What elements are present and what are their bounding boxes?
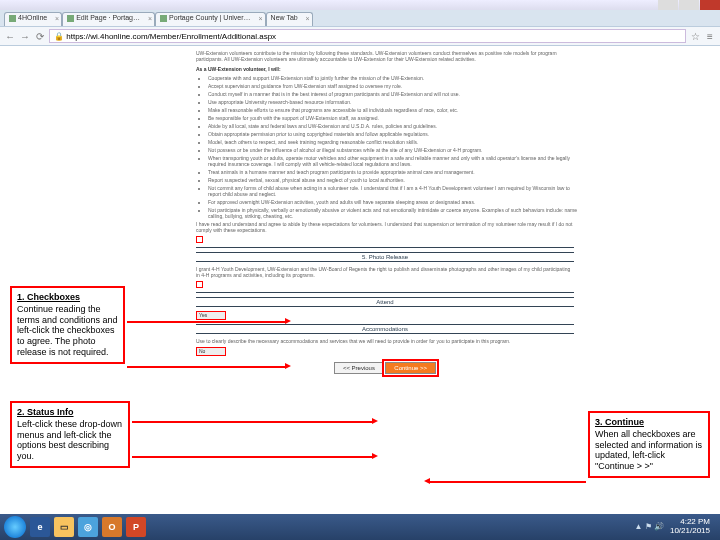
section-accommodations: Accommodations — [196, 324, 574, 334]
favicon-icon — [67, 15, 74, 22]
tab-2[interactable]: Edit Page · Portag…× — [62, 12, 155, 26]
callout-heading: 1. Checkboxes — [17, 292, 118, 303]
callout-body: When all checkboxes are selected and inf… — [595, 429, 702, 471]
arrowhead-icon — [372, 453, 378, 459]
date: 10/21/2015 — [670, 526, 710, 535]
favicon-icon — [160, 15, 167, 22]
tab-3[interactable]: Portage County | Univer…× — [155, 12, 266, 26]
bullet: Make all reasonable efforts to ensure th… — [208, 107, 580, 113]
reload-icon[interactable]: ⟳ — [34, 30, 46, 42]
headline: As a UW-Extension volunteer, I will: — [196, 66, 574, 72]
lock-icon: 🔒 — [54, 32, 64, 41]
time: 4:22 PM — [680, 517, 710, 526]
consent-text: I have read and understand and agree to … — [196, 221, 574, 233]
tab-label: Edit Page · Portag… — [76, 14, 140, 21]
release-checkbox[interactable] — [196, 281, 203, 288]
url-field[interactable]: 🔒 https://wi.4honline.com/Member/Enrollm… — [49, 29, 686, 43]
callout-body: Continue reading the terms and condition… — [17, 304, 118, 357]
intro-text: UW-Extension volunteers contribute to th… — [196, 50, 574, 62]
bullet: Treat animals in a humane manner and tea… — [208, 169, 580, 175]
accom-text: Use to clearly describe the necessary ac… — [196, 338, 574, 344]
continue-button[interactable]: Continue >> — [385, 362, 436, 374]
attend-select[interactable]: Yes — [196, 311, 226, 320]
callout-continue: 3. Continue When all checkboxes are sele… — [588, 411, 710, 478]
bullet: Model, teach others to respect, and seek… — [208, 139, 580, 145]
window-titlebar — [0, 0, 720, 10]
tab-label: 4HOnline — [18, 14, 47, 21]
forward-icon[interactable]: → — [19, 30, 31, 42]
bullet: Not commit any forms of child abuse when… — [208, 185, 580, 197]
explorer-icon[interactable]: ▭ — [54, 517, 74, 537]
powerpoint-icon[interactable]: P — [126, 517, 146, 537]
bullet: When transporting youth or adults, opera… — [208, 155, 580, 167]
callout-heading: 2. Status Info — [17, 407, 123, 418]
tab-close-icon[interactable]: × — [148, 15, 152, 22]
section-photo-release: 5. Photo Release — [196, 252, 574, 262]
release-text: I grant 4-H Youth Development, UW-Extens… — [196, 266, 574, 278]
bullet: Conduct myself in a manner that is in th… — [208, 91, 580, 97]
browser-tabs: 4HOnline× Edit Page · Portag…× Portage C… — [0, 10, 720, 26]
tab-label: New Tab — [271, 14, 298, 21]
url-text: https://wi.4honline.com/Member/Enrollmen… — [66, 32, 276, 41]
tab-label: Portage County | Univer… — [169, 14, 251, 21]
window-buttons — [657, 0, 720, 10]
arrow-1b — [127, 366, 285, 368]
bullet: Not participate in physically, verbally … — [208, 207, 580, 219]
arrowhead-icon — [372, 418, 378, 424]
bullet: Cooperate with and support UW-Extension … — [208, 75, 580, 81]
bullet: Report suspected verbal, sexual, physica… — [208, 177, 580, 183]
tab-4[interactable]: New Tab× — [266, 12, 313, 26]
arrow-2b — [132, 456, 372, 458]
tab-close-icon[interactable]: × — [259, 15, 263, 22]
minimize-button[interactable] — [658, 0, 678, 10]
bullet: Be responsible for youth with the suppor… — [208, 115, 580, 121]
tab-close-icon[interactable]: × — [55, 15, 59, 22]
tray-icons[interactable]: ▲ ⚑ 🔊 — [635, 523, 664, 532]
star-icon[interactable]: ☆ — [689, 30, 701, 42]
page: UW-Extension volunteers contribute to th… — [0, 46, 720, 514]
enrollment-document: UW-Extension volunteers contribute to th… — [190, 46, 580, 514]
tray-clock: 4:22 PM 10/21/2015 — [670, 518, 710, 536]
bullet: Abide by all local, state and federal la… — [208, 123, 580, 129]
arrow-2a — [132, 421, 372, 423]
tab-1[interactable]: 4HOnline× — [4, 12, 62, 26]
section-attend: Attend — [196, 297, 574, 307]
bullet: Obtain appropriate permission prior to u… — [208, 131, 580, 137]
back-icon[interactable]: ← — [4, 30, 16, 42]
taskbar: e ▭ ◎ O P ▲ ⚑ 🔊 4:22 PM 10/21/2015 — [0, 514, 720, 540]
arrowhead-icon — [424, 478, 430, 484]
callout-status: 2. Status Info Left-click these drop-dow… — [10, 401, 130, 468]
address-bar: ← → ⟳ 🔒 https://wi.4honline.com/Member/E… — [0, 26, 720, 46]
ie-icon[interactable]: e — [30, 517, 50, 537]
nav-buttons: << Previous Continue >> — [190, 362, 580, 374]
system-tray: ▲ ⚑ 🔊 4:22 PM 10/21/2015 — [635, 518, 716, 536]
arrow-1a — [127, 321, 285, 323]
menu-icon[interactable]: ≡ — [704, 30, 716, 42]
arrow-3 — [430, 481, 586, 483]
bullet: Use appropriate University research-base… — [208, 99, 580, 105]
close-button[interactable] — [700, 0, 720, 10]
agree-checkbox[interactable] — [196, 236, 203, 243]
bullet: Accept supervision and guidance from UW-… — [208, 83, 580, 89]
arrowhead-icon — [285, 318, 291, 324]
maximize-button[interactable] — [679, 0, 699, 10]
outlook-icon[interactable]: O — [102, 517, 122, 537]
bullet: For approved overnight UW-Extension acti… — [208, 199, 580, 205]
accom-select[interactable]: No — [196, 347, 226, 356]
callout-body: Left-click these drop-down menus and lef… — [17, 419, 122, 461]
chrome-icon[interactable]: ◎ — [78, 517, 98, 537]
previous-button[interactable]: << Previous — [334, 362, 384, 374]
start-button[interactable] — [4, 516, 26, 538]
callout-checkboxes: 1. Checkboxes Continue reading the terms… — [10, 286, 125, 364]
favicon-icon — [9, 15, 16, 22]
callout-heading: 3. Continue — [595, 417, 703, 428]
tab-close-icon[interactable]: × — [306, 15, 310, 22]
bullet-list: Cooperate with and support UW-Extension … — [208, 75, 580, 219]
arrowhead-icon — [285, 363, 291, 369]
bullet: Not possess or be under the influence of… — [208, 147, 580, 153]
